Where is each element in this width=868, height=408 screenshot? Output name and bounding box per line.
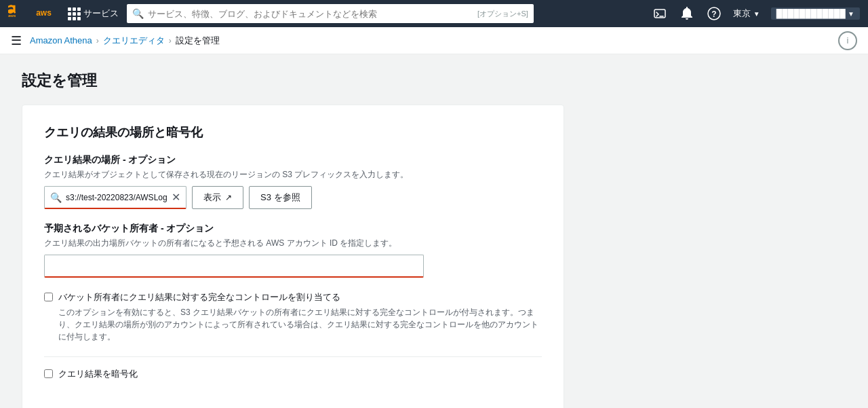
- grid-icon: [68, 7, 81, 20]
- page-title: 設定を管理: [22, 71, 846, 91]
- region-label: 東京: [733, 7, 751, 20]
- account-name: ████████████: [776, 9, 846, 18]
- clear-input-icon[interactable]: ✕: [172, 191, 180, 204]
- query-location-group: クエリ結果の場所 - オプション クエリ結果がオブジェクトとして保存される現在の…: [44, 154, 542, 209]
- main-content: 設定を管理 クエリの結果の場所と暗号化 クエリ結果の場所 - オプション クエリ…: [0, 54, 868, 408]
- top-navigation: aws aws サービス 🔍 [オプション+S] ? 東京 ▼: [0, 0, 868, 27]
- query-location-input-wrapper: 🔍 ✕: [44, 186, 186, 209]
- sidebar-toggle[interactable]: ☰: [11, 33, 22, 48]
- encrypt-checkbox-group: クエリ結果を暗号化: [44, 368, 542, 380]
- query-location-input[interactable]: [66, 193, 167, 202]
- external-link-icon: ↗: [225, 193, 232, 202]
- svg-text:aws: aws: [8, 14, 16, 18]
- search-icon: 🔍: [132, 8, 144, 19]
- secondary-navigation: ☰ Amazon Athena › クエリエディタ › 設定を管理 i: [0, 27, 868, 54]
- svg-text:?: ?: [711, 10, 716, 19]
- owner-input[interactable]: [44, 255, 424, 278]
- browse-s3-button[interactable]: S3 を参照: [249, 186, 312, 209]
- owner-desc: クエリ結果の出力場所バケットの所有者になると予想される AWS アカウント ID…: [44, 238, 542, 249]
- encrypt-checkbox[interactable]: [44, 369, 53, 378]
- services-label: サービス: [83, 7, 119, 20]
- divider: [44, 356, 542, 357]
- services-menu[interactable]: サービス: [68, 7, 119, 20]
- settings-card: クエリの結果の場所と暗号化 クエリ結果の場所 - オプション クエリ結果がオブジ…: [22, 105, 564, 408]
- full-control-checkbox-content: バケット所有者にクエリ結果に対する完全なコントロールを割り当てる このオプション…: [58, 291, 542, 343]
- help-icon[interactable]: ?: [706, 5, 722, 22]
- global-search[interactable]: 🔍 [オプション+S]: [127, 4, 534, 23]
- info-panel-icon[interactable]: i: [838, 31, 857, 50]
- section-title: クエリの結果の場所と暗号化: [44, 124, 542, 141]
- search-shortcut: [オプション+S]: [477, 9, 528, 19]
- full-control-desc: このオプションを有効にすると、S3 クエリ結果バケットの所有者にクエリ結果に対す…: [58, 306, 542, 343]
- account-menu[interactable]: ████████████ ▼: [771, 7, 860, 20]
- search-icon-sm: 🔍: [50, 192, 62, 203]
- breadcrumb: Amazon Athena › クエリエディタ › 設定を管理: [30, 35, 220, 47]
- svg-text:aws: aws: [36, 7, 52, 17]
- query-location-desc: クエリ結果がオブジェクトとして保存される現在のリージョンの S3 プレフィックス…: [44, 169, 542, 181]
- full-control-label[interactable]: バケット所有者にクエリ結果に対する完全なコントロールを割り当てる: [58, 292, 340, 302]
- breadcrumb-sep-2: ›: [169, 36, 172, 45]
- breadcrumb-query-editor[interactable]: クエリエディタ: [103, 35, 165, 47]
- encrypt-label[interactable]: クエリ結果を暗号化: [58, 368, 138, 380]
- nav-right: ? 東京 ▼ ████████████ ▼: [652, 5, 860, 22]
- owner-label: 予期されるバケット所有者 - オプション: [44, 223, 542, 235]
- owner-group: 予期されるバケット所有者 - オプション クエリ結果の出力場所バケットの所有者に…: [44, 223, 542, 278]
- aws-logo[interactable]: aws aws: [8, 5, 60, 23]
- breadcrumb-home[interactable]: Amazon Athena: [30, 35, 92, 45]
- region-selector[interactable]: 東京 ▼: [733, 7, 760, 20]
- notifications-icon[interactable]: [679, 5, 695, 22]
- search-input[interactable]: [148, 9, 473, 19]
- full-control-checkbox-group: バケット所有者にクエリ結果に対する完全なコントロールを割り当てる このオプション…: [44, 291, 542, 343]
- chevron-down-icon: ▼: [753, 10, 760, 18]
- query-location-label: クエリ結果の場所 - オプション: [44, 154, 542, 166]
- account-chevron: ▼: [848, 10, 854, 18]
- query-location-input-row: 🔍 ✕ 表示 ↗ S3 を参照: [44, 186, 542, 209]
- full-control-checkbox[interactable]: [44, 293, 53, 301]
- breadcrumb-current: 設定を管理: [176, 35, 220, 47]
- view-button[interactable]: 表示 ↗: [192, 186, 243, 209]
- breadcrumb-sep-1: ›: [96, 36, 99, 45]
- cloudshell-icon[interactable]: [652, 5, 668, 22]
